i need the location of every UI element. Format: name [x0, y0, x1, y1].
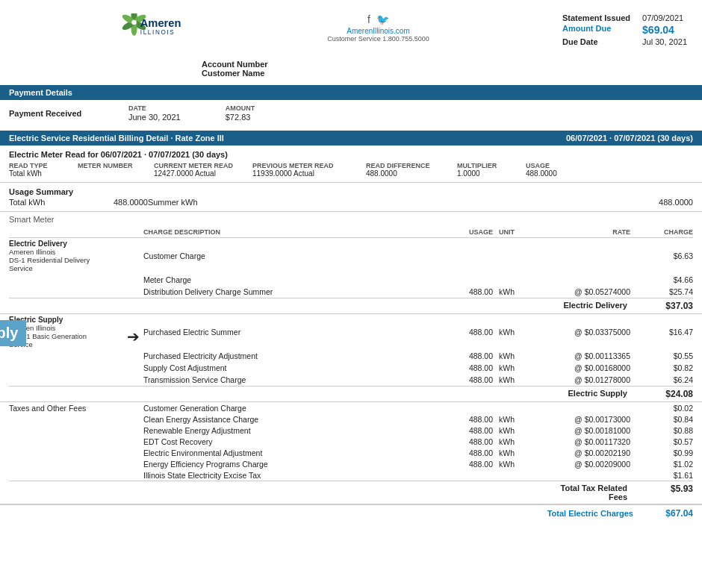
meter-read-title: Electric Meter Read for 06/07/2021 · 07/…	[9, 150, 693, 159]
meter-number-val	[78, 169, 152, 178]
tax-desc-2: Clean Energy Assistance Charge	[143, 415, 447, 424]
taxes-row-1: Taxes and Other Fees Customer Generation…	[9, 402, 693, 413]
callout-arrow: ➔	[127, 328, 140, 345]
usage-col-header: USAGE	[447, 228, 499, 236]
charges-header: CHARGE DESCRIPTION USAGE UNIT RATE CHARG…	[9, 225, 693, 238]
tax-rate-6: @ $0.00209000	[544, 460, 633, 469]
social-icons: f 🐦	[367, 13, 389, 25]
ed-rate-3: @ $0.05274000	[544, 287, 633, 296]
electric-delivery-row-3: Distribution Delivery Charge Summer 488.…	[9, 286, 693, 298]
ed-desc-2: Meter Charge	[143, 275, 447, 284]
total-electric-value: $67.04	[648, 508, 693, 519]
date-col-header: DATE	[128, 104, 181, 112]
tax-usage-3: 488.00	[447, 426, 499, 435]
due-date-label: Due Date	[562, 37, 630, 46]
ed-sub1: Ameren Illinois	[9, 248, 143, 256]
electric-delivery-row-2: Meter Charge $4.66	[9, 274, 693, 286]
ed-sub3: Service	[9, 264, 143, 272]
tax-unit-5: kWh	[499, 448, 544, 457]
unit-col-header: UNIT	[499, 228, 544, 236]
read-type-header: READ TYPE	[9, 162, 76, 169]
payment-date-col: DATE June 30, 2021	[128, 104, 181, 122]
electric-delivery-label: Electric Delivery	[9, 240, 143, 248]
es-sub1: Ameren Illinois	[9, 324, 143, 332]
ed-subtotal-value: $37.03	[633, 301, 693, 311]
website-link[interactable]: AmerenIllinois.com	[347, 27, 409, 35]
electric-supply-row-4: Transmission Service Charge 488.00 kWh @…	[9, 374, 693, 386]
es-unit-1: kWh	[499, 328, 544, 337]
ed-desc-3: Distribution Delivery Charge Summer	[143, 287, 447, 296]
es-usage-4: 488.00	[447, 375, 499, 384]
taxes-row-7: Illinois State Electricity Excise Tax $1…	[9, 469, 693, 481]
tax-rate-4: @ $0.00117320	[544, 437, 633, 446]
electric-supply-subtotal: Electric Supply $24.08	[9, 386, 693, 401]
ed-desc-1: Customer Charge	[143, 251, 447, 260]
es-charge-1: $16.47	[633, 328, 693, 337]
meter-read-headers: READ TYPE METER NUMBER CURRENT METER REA…	[9, 162, 693, 169]
ed-charge-3: $25.74	[633, 287, 693, 296]
meter-read-row: Total kWh 12427.0000 Actual 11939.0000 A…	[9, 169, 693, 178]
amount-due-value: $69.04	[642, 24, 687, 36]
multiplier-header: MULTIPLIER	[457, 162, 524, 169]
electric-delivery-row-1: Electric Delivery Ameren Illinois DS-1 R…	[9, 238, 693, 274]
amount-col-header: AMOUNT	[226, 104, 255, 112]
usage-total: 488.0000	[633, 198, 693, 207]
taxes-category-label: Taxes and Other Fees	[9, 404, 143, 413]
ed-charge-1: $6.63	[633, 251, 693, 260]
payment-details-header: Payment Details	[0, 85, 702, 100]
page-wrapper: Ameren ILLINOIS f 🐦 AmerenIllinois.com C…	[0, 0, 702, 529]
usage-header: USAGE	[526, 162, 585, 169]
taxes-row-2: Clean Energy Assistance Charge 488.00 kW…	[9, 413, 693, 425]
tax-rate-5: @ $0.00202190	[544, 448, 633, 457]
account-number-label: Account Number	[202, 60, 687, 69]
electric-supply-label: Electric Supply	[9, 316, 143, 324]
total-electric-row: Total Electric Charges $67.04	[0, 504, 702, 522]
es-usage-3: 488.00	[447, 363, 499, 372]
es-subtotal-value: $24.08	[633, 389, 693, 399]
es-desc-3: Supply Cost Adjustment	[143, 363, 447, 372]
payment-details-body: Payment Received DATE June 30, 2021 AMOU…	[0, 100, 702, 126]
es-sub3: Service	[9, 340, 143, 348]
charge-col-header: CHARGE	[633, 228, 693, 236]
smart-meter: Smart Meter	[0, 212, 702, 225]
tax-unit-6: kWh	[499, 460, 544, 469]
usage-label: Total kWh	[9, 198, 69, 207]
facebook-icon: f	[367, 13, 370, 25]
es-unit-3: kWh	[499, 363, 544, 372]
rate-col-header: RATE	[544, 228, 633, 236]
statement-issued-date: 07/09/2021	[642, 13, 687, 22]
es-rate-1: @ $0.03375000	[544, 328, 633, 337]
account-info: Account Number Customer Name	[0, 57, 702, 81]
payment-amount-value: $72.83	[226, 113, 255, 122]
es-rate-2: @ $0.00113365	[544, 351, 633, 360]
es-unit-4: kWh	[499, 375, 544, 384]
taxes-row-5: Electric Environmental Adjustment 488.00…	[9, 447, 693, 458]
ed-charge-2: $4.66	[633, 275, 693, 284]
usage-summary-title: Usage Summary	[9, 187, 693, 196]
electric-delivery-subtotal: Electric Delivery $37.03	[9, 298, 693, 313]
taxes-subtotal: Total Tax Related Fees $5.93	[9, 481, 693, 504]
tax-desc-1: Customer Generation Charge	[143, 404, 447, 413]
read-difference-header: READ DIFFERENCE	[366, 162, 456, 169]
multiplier-val: 1.0000	[457, 169, 524, 178]
electric-delivery-section: CHARGE DESCRIPTION USAGE UNIT RATE CHARG…	[0, 225, 702, 314]
ed-usage-3: 488.00	[447, 287, 499, 296]
customer-name-label: Customer Name	[202, 69, 687, 78]
tax-desc-3: Renewable Energy Adjustment	[143, 426, 447, 435]
tax-charge-3: $0.88	[633, 426, 693, 435]
tax-rate-2: @ $0.00173000	[544, 415, 633, 424]
statement-issued-label: Statement Issued	[562, 13, 630, 22]
electric-supply-row-3: Supply Cost Adjustment 488.00 kWh @ $0.0…	[9, 362, 693, 374]
total-electric-label: Total Electric Charges	[547, 509, 633, 518]
statement-info: Statement Issued 07/09/2021 Amount Due $…	[562, 13, 687, 46]
payment-received-label: Payment Received	[9, 109, 84, 118]
electric-supply-row-2: Purchased Electricity Adjustment 488.00 …	[9, 350, 693, 362]
ed-sub2: DS-1 Residential Delivery	[9, 256, 143, 264]
current-read-header: CURRENT METER READ	[154, 162, 251, 169]
tax-usage-2: 488.00	[447, 415, 499, 424]
taxes-subtotal-value: $5.93	[633, 484, 693, 501]
logo-area: Ameren ILLINOIS	[105, 13, 194, 51]
svg-text:ILLINOIS: ILLINOIS	[140, 29, 176, 36]
svg-text:Ameren: Ameren	[140, 17, 181, 29]
es-rate-3: @ $0.00168000	[544, 363, 633, 372]
